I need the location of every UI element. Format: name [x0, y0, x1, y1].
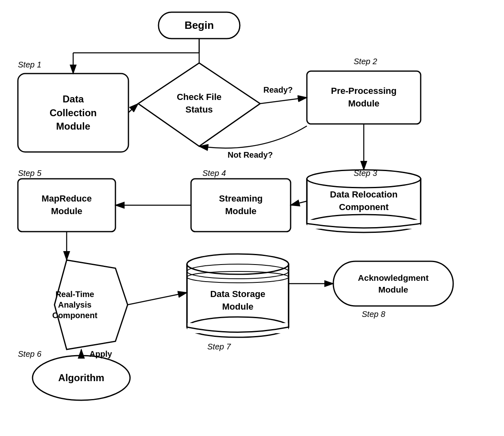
step4-label: Step 4	[202, 169, 226, 178]
svg-line-29	[128, 104, 138, 113]
svg-point-18	[187, 271, 289, 283]
step7-label: Step 7	[207, 342, 231, 351]
step5-label: Step 5	[18, 169, 41, 178]
streaming-label: StreamingModule	[191, 179, 291, 232]
svg-line-30	[260, 98, 307, 104]
data-collection-label: DataCollectionModule	[18, 74, 128, 152]
step2-label: Step 2	[354, 57, 377, 66]
step3-label: Step 3	[354, 169, 377, 178]
check-file-status-label: Check FileStatus	[150, 85, 248, 122]
svg-line-32	[291, 201, 307, 205]
svg-point-19	[187, 317, 289, 337]
data-storage-label: Data StorageModule	[187, 282, 289, 319]
step8-label: Step 8	[362, 310, 385, 319]
realtime-analysis-label: Real-TimeAnalysisComponent	[38, 284, 111, 325]
svg-rect-20	[187, 323, 288, 333]
svg-point-16	[187, 254, 289, 274]
step1-label: Step 1	[18, 60, 41, 69]
svg-point-17	[187, 264, 289, 279]
step6-label: Step 6	[18, 349, 41, 359]
begin-label: Begin	[159, 12, 240, 39]
apply-label: Apply	[89, 349, 112, 359]
ready-label: Ready?	[263, 85, 293, 95]
diagram-container: Begin DataCollectionModule Check FileSta…	[0, 0, 504, 436]
mapreduce-label: MapReduceModule	[18, 179, 115, 232]
pre-processing-label: Pre-ProcessingModule	[307, 71, 421, 124]
acknowledgment-label: AcknowledgmentModule	[333, 261, 453, 306]
not-ready-label: Not Ready?	[228, 150, 273, 160]
data-relocation-label: Data RelocationComponent	[307, 179, 421, 223]
algorithm-label: Algorithm	[33, 364, 130, 392]
svg-line-35	[128, 293, 187, 305]
